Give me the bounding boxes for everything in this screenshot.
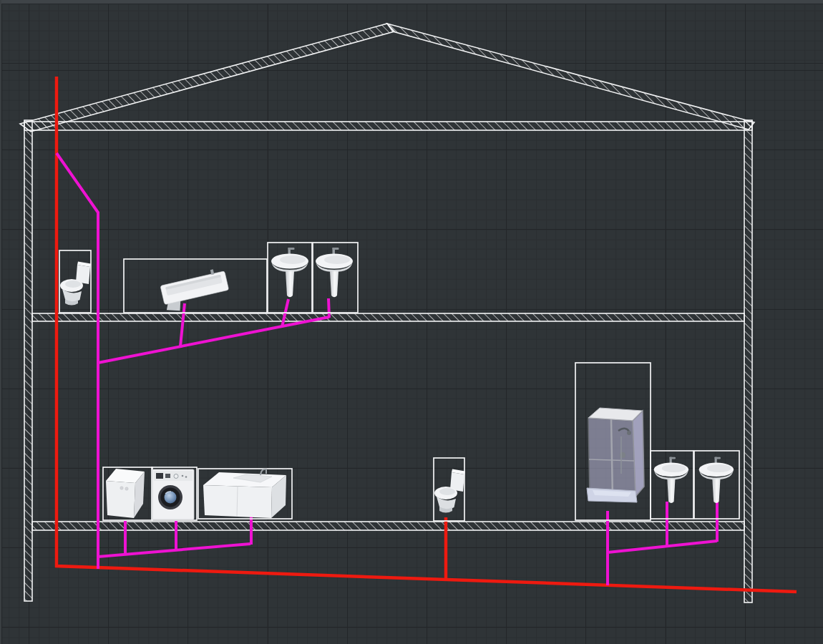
- kitchen-sink-cabinet-fixture[interactable]: [203, 469, 286, 518]
- waste-main-stack[interactable]: [57, 153, 98, 569]
- bathtub-drop[interactable]: [180, 303, 185, 346]
- upper-floor-collector[interactable]: [98, 317, 329, 363]
- inter-floor-slab[interactable]: [32, 313, 744, 321]
- right-wall[interactable]: [744, 120, 752, 602]
- drawing-scene: [0, 0, 823, 644]
- shower-mixer-icon: [620, 452, 625, 458]
- left-roof-slope[interactable]: [20, 24, 394, 132]
- upper-toilet-fixture[interactable]: [60, 262, 91, 306]
- ground-toilet-fixture[interactable]: [434, 469, 465, 513]
- ground-floor-slab[interactable]: [32, 522, 744, 530]
- cad-canvas[interactable]: [0, 0, 823, 644]
- upper-sink2-fixture[interactable]: [316, 248, 353, 297]
- ground-sink2-fixture[interactable]: [699, 457, 734, 503]
- ground-right-collector[interactable]: [608, 541, 717, 552]
- ground-sink1-fixture[interactable]: [654, 457, 688, 503]
- right-roof-slope[interactable]: [387, 24, 754, 130]
- attic-ceiling-slab[interactable]: [24, 122, 752, 130]
- ground-left-collector[interactable]: [98, 544, 250, 557]
- shower-cabin-fixture[interactable]: [587, 408, 644, 502]
- left-wall[interactable]: [24, 120, 32, 601]
- upper-sink1-fixture[interactable]: [271, 248, 308, 297]
- upper-sink2-drop[interactable]: [328, 298, 329, 318]
- washing-machine-fixture[interactable]: [152, 469, 194, 519]
- fixtures: [60, 248, 734, 519]
- dishwasher-fixture[interactable]: [106, 469, 145, 518]
- washer-porthole: [158, 485, 182, 509]
- bathtub-fixture[interactable]: [160, 267, 231, 314]
